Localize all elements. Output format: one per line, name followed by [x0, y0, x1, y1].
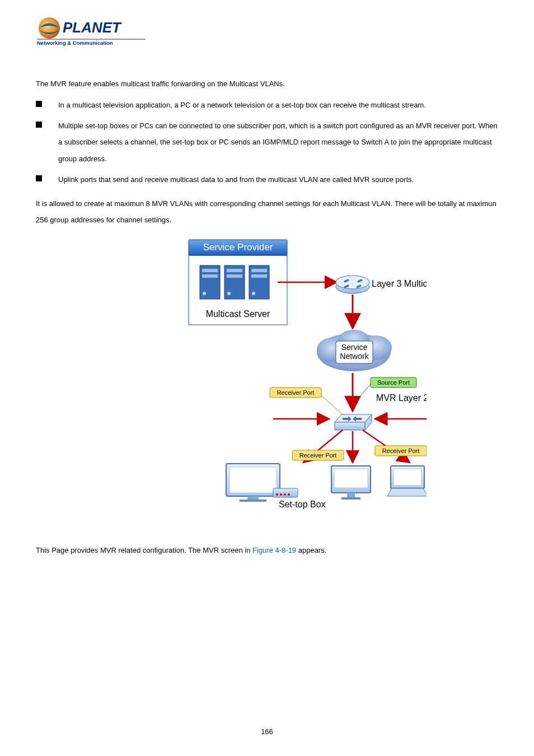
list-item: Multiple set-top boxes or PCs can be con…: [36, 118, 498, 167]
bullet-text: In a multicast television application, a…: [58, 101, 426, 109]
bullet-square-icon: [36, 101, 42, 107]
mvr-switch-label: MVR Layer 2 Switch: [376, 393, 427, 403]
svg-rect-5: [202, 269, 218, 272]
svg-point-43: [276, 493, 278, 496]
svg-point-46: [288, 493, 290, 496]
receiver-port-label: Receiver Port: [299, 452, 337, 459]
svg-rect-42: [273, 488, 298, 497]
svg-rect-30: [335, 422, 365, 430]
footer-text: This Page provides MVR related configura…: [36, 545, 498, 557]
svg-point-7: [203, 292, 206, 295]
svg-point-18: [336, 276, 369, 289]
bullet-text: Multiple set-top boxes or PCs can be con…: [58, 122, 498, 163]
source-port-label: Source Port: [377, 379, 410, 386]
list-item: Uplink ports that send and receive multi…: [36, 171, 498, 188]
list-item: In a multicast television application, a…: [36, 97, 498, 113]
settop-label: Set-top Box: [279, 500, 326, 509]
page-number: 166: [0, 727, 534, 736]
intro-text: The MVR feature enables multicast traffi…: [36, 78, 498, 90]
bullet-list: In a multicast television application, a…: [36, 97, 498, 188]
svg-rect-52: [394, 469, 421, 486]
receiver-port-label: Receiver Port: [382, 447, 420, 454]
service-network-label-1: Service: [341, 343, 368, 352]
l3-router-label: Layer 3 Multicast Router: [372, 279, 427, 288]
footer-pre: This Page provides MVR related configura…: [36, 546, 252, 554]
svg-rect-40: [247, 496, 259, 500]
svg-rect-41: [240, 500, 266, 502]
svg-point-15: [252, 292, 255, 295]
multicast-server-label: Multicast Server: [206, 309, 270, 319]
bullet-square-icon: [36, 175, 42, 181]
service-network-label-2: Network: [340, 352, 369, 361]
svg-rect-39: [229, 467, 277, 493]
svg-rect-6: [202, 274, 218, 278]
svg-rect-14: [251, 274, 267, 278]
svg-rect-48: [334, 469, 368, 488]
logo-brand-text: PLANET: [63, 19, 122, 36]
bullet-text: Uplink ports that send and receive multi…: [58, 175, 414, 184]
svg-point-0: [39, 17, 60, 39]
svg-point-44: [280, 493, 282, 496]
svg-line-29: [321, 395, 343, 414]
footer-post: appears.: [296, 546, 326, 554]
service-provider-label: Service Provider: [203, 242, 273, 253]
receiver-port-label: Receiver Port: [277, 389, 315, 396]
svg-point-11: [227, 292, 231, 295]
summary-paragraph: It is allowed to create at maximun 8 MVR…: [36, 195, 498, 228]
svg-rect-49: [347, 493, 355, 497]
figure-link[interactable]: Figure 4-8-19: [252, 546, 296, 554]
svg-rect-50: [341, 497, 360, 500]
logo-tagline-text: Networking & Communication: [37, 40, 113, 46]
svg-rect-10: [227, 274, 242, 278]
bullet-square-icon: [36, 122, 42, 128]
svg-line-27: [356, 384, 371, 401]
logo: PLANET Networking & Communication: [36, 16, 498, 47]
svg-point-45: [284, 493, 286, 496]
network-diagram: Service Provider: [107, 239, 427, 517]
svg-rect-9: [227, 269, 242, 272]
svg-rect-13: [251, 269, 267, 272]
